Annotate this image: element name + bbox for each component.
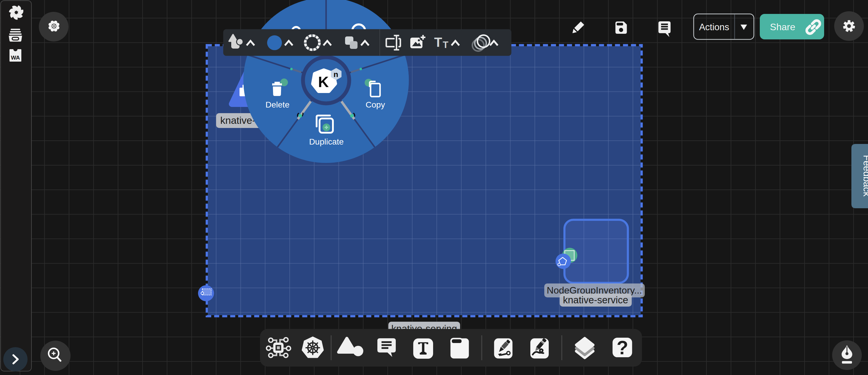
svg-text:Delete: Delete [266, 100, 290, 109]
svg-text:T: T [434, 35, 442, 49]
svg-text:n: n [334, 70, 338, 79]
svg-text:Duplicate: Duplicate [309, 137, 344, 146]
svg-text:knative-service: knative-service [563, 295, 628, 305]
svg-text:T: T [443, 40, 448, 50]
svg-text:Actions: Actions [699, 22, 729, 32]
svg-text:K: K [318, 74, 329, 90]
svg-text:WA: WA [11, 55, 20, 61]
svg-text:?: ? [617, 337, 628, 359]
svg-text:Feedback: Feedback [862, 155, 868, 197]
svg-text:Share: Share [770, 22, 795, 32]
svg-text:Copy: Copy [366, 100, 385, 109]
